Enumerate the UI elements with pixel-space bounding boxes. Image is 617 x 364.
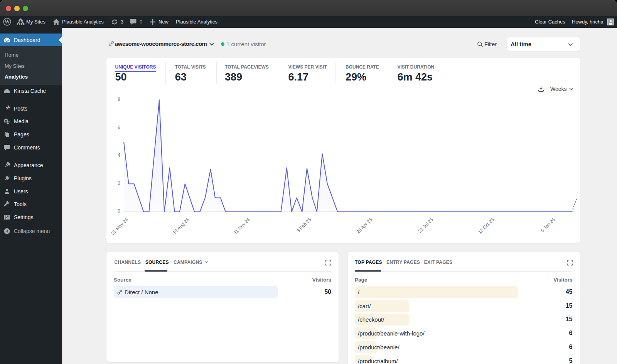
svg-text:W: W [5,19,10,25]
